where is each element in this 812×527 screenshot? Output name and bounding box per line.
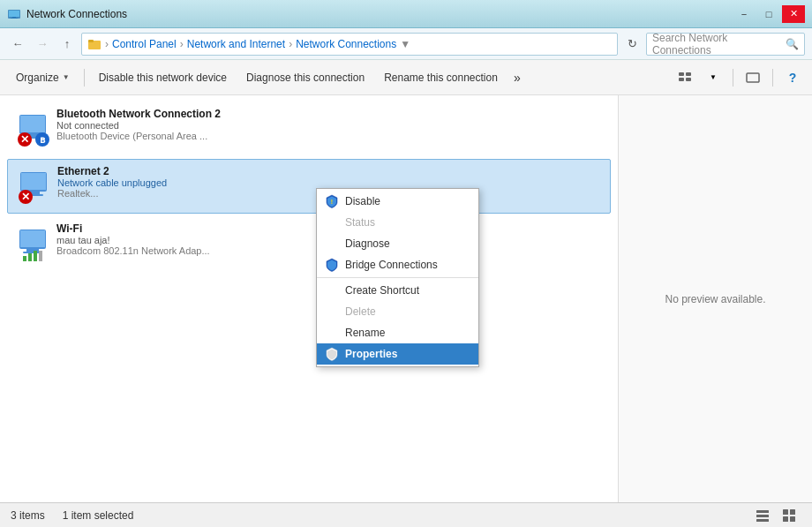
svg-rect-12 — [20, 116, 45, 132]
bluetooth-network-icon: ✕ ʙ — [14, 108, 56, 150]
svg-rect-29 — [23, 256, 26, 261]
organize-dropdown-icon: ▼ — [63, 73, 70, 81]
svg-text:!: ! — [331, 199, 333, 205]
breadcrumb-network-connections[interactable]: Network Connections — [296, 38, 396, 50]
svg-text:ʙ: ʙ — [40, 134, 46, 145]
minimize-button[interactable]: − — [733, 5, 756, 23]
context-menu-diagnose[interactable]: Diagnose — [317, 233, 478, 254]
help-button[interactable]: ? — [780, 65, 805, 90]
shield-bridge-icon — [324, 257, 340, 273]
forward-button[interactable]: → — [32, 34, 53, 55]
svg-rect-37 — [783, 509, 788, 515]
search-box: Search Network Connections 🔍 — [646, 33, 805, 56]
search-placeholder: Search Network Connections — [652, 32, 782, 56]
svg-rect-8 — [679, 78, 684, 81]
view-toggle-button[interactable]: ▼ — [701, 65, 726, 90]
svg-rect-38 — [790, 509, 795, 515]
svg-rect-5 — [88, 40, 94, 42]
toolbar-more-button[interactable]: » — [508, 64, 526, 91]
svg-rect-30 — [28, 253, 32, 261]
status-view-details-button[interactable] — [750, 503, 775, 528]
maximize-button[interactable]: □ — [757, 5, 780, 23]
up-button[interactable]: ↑ — [56, 34, 78, 55]
svg-rect-31 — [34, 251, 37, 261]
svg-rect-32 — [39, 251, 42, 261]
context-menu-status: Status — [317, 212, 478, 233]
svg-rect-7 — [686, 72, 691, 76]
title-bar-left: Network Connections — [7, 7, 127, 21]
context-menu-properties[interactable]: Properties — [317, 343, 478, 365]
diagnose-connection-button[interactable]: Diagnose this connection — [237, 64, 373, 91]
toolbar-divider-1 — [84, 69, 85, 87]
breadcrumb-network-internet[interactable]: Network and Internet — [187, 38, 285, 50]
item-count: 3 items — [11, 509, 45, 522]
list-item[interactable]: ✕ Ethernet 2 Network cable unplugged Rea… — [7, 159, 611, 214]
list-item[interactable]: ✕ ʙ Bluetooth Network Connection 2 Not c… — [7, 102, 611, 155]
svg-rect-40 — [790, 516, 795, 522]
view-options-button[interactable] — [673, 65, 697, 90]
svg-rect-39 — [783, 516, 788, 522]
context-menu-bridge[interactable]: Bridge Connections — [317, 254, 478, 275]
maximize-pane-button[interactable] — [741, 65, 765, 90]
svg-text:✕: ✕ — [20, 133, 29, 146]
wifi-icon — [14, 222, 56, 265]
selected-count: 1 item selected — [63, 509, 134, 522]
disable-network-button[interactable]: Disable this network device — [90, 64, 236, 91]
svg-text:✕: ✕ — [21, 191, 30, 203]
breadcrumb-dropdown-icon: ▼ — [400, 38, 410, 50]
status-view-tiles-button[interactable] — [777, 503, 801, 528]
shield-disable-icon: ! — [324, 193, 340, 209]
svg-rect-34 — [756, 510, 769, 513]
tiles-view-icon — [782, 508, 796, 523]
context-menu-delete: Delete — [317, 301, 478, 322]
app-icon — [7, 7, 21, 21]
shield-properties-icon — [324, 346, 340, 362]
svg-rect-26 — [20, 230, 45, 247]
details-view-icon — [756, 508, 770, 523]
ethernet-icon: ✕ — [15, 165, 57, 207]
svg-rect-3 — [11, 18, 18, 19]
title-bar: Network Connections − □ ✕ — [0, 0, 812, 28]
organize-button[interactable]: Organize ▼ — [7, 64, 79, 91]
folder-icon — [87, 37, 102, 51]
context-menu-rename[interactable]: Rename — [317, 322, 478, 343]
svg-rect-2 — [12, 17, 16, 18]
svg-rect-9 — [686, 78, 691, 81]
context-menu-separator-1 — [317, 277, 478, 278]
context-menu-create-shortcut[interactable]: Create Shortcut — [317, 280, 478, 301]
context-menu-disable[interactable]: ! Disable — [317, 191, 478, 212]
preview-panel: No preview available. — [618, 95, 812, 502]
svg-rect-10 — [747, 73, 759, 82]
maximize-pane-icon — [746, 71, 760, 85]
search-icon: 🔍 — [786, 38, 799, 50]
status-bar-right — [750, 503, 801, 528]
main-area: ✕ ʙ Bluetooth Network Connection 2 Not c… — [0, 95, 812, 502]
toolbar: Organize ▼ Disable this network device D… — [0, 60, 812, 95]
view-options-icon — [678, 71, 692, 85]
svg-rect-20 — [21, 173, 46, 190]
title-bar-text: Network Connections — [26, 8, 127, 20]
svg-rect-36 — [756, 519, 769, 522]
close-button[interactable]: ✕ — [782, 5, 805, 23]
help-icon: ? — [789, 71, 797, 85]
toolbar-divider-2 — [733, 69, 733, 87]
svg-rect-1 — [9, 11, 19, 17]
list-item[interactable]: Wi-Fi mau tau aja! Broadcom 802.11n Netw… — [7, 217, 611, 270]
back-button[interactable]: ← — [7, 34, 28, 55]
breadcrumb-control-panel[interactable]: Control Panel — [112, 38, 177, 50]
breadcrumb-bar: › Control Panel › Network and Internet ›… — [81, 33, 618, 56]
toolbar-divider-3 — [772, 69, 773, 87]
view-dropdown-icon: ▼ — [710, 73, 717, 81]
rename-connection-button[interactable]: Rename this connection — [375, 64, 507, 91]
svg-rect-6 — [679, 72, 684, 76]
svg-rect-35 — [756, 515, 769, 517]
file-list: ✕ ʙ Bluetooth Network Connection 2 Not c… — [0, 95, 618, 502]
address-bar: ← → ↑ › Control Panel › Network and Inte… — [0, 28, 812, 60]
toolbar-right: ▼ ? — [673, 65, 805, 90]
context-menu: ! Disable Status Diagnose — [316, 188, 479, 367]
status-bar: 3 items 1 item selected — [0, 502, 812, 527]
bluetooth-network-info: Bluetooth Network Connection 2 Not conne… — [56, 108, 604, 141]
window-controls: − □ ✕ — [733, 5, 805, 23]
refresh-button[interactable]: ↻ — [621, 34, 643, 55]
